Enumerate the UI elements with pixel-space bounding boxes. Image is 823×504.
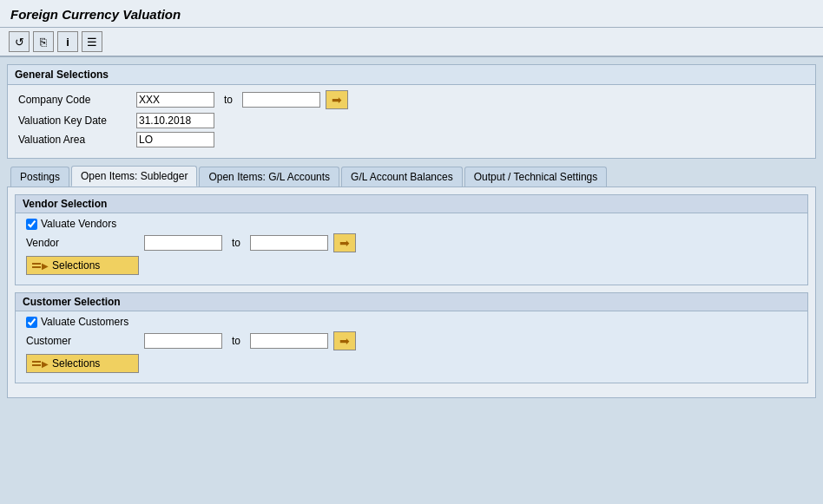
title-bar: Foreign Currency Valuation <box>0 0 823 28</box>
tabs-container: Postings Open Items: Subledger Open Item… <box>7 166 816 187</box>
customer-field-label: Customer <box>26 335 139 347</box>
valuate-customers-label: Valuate Customers <box>41 316 128 328</box>
customer-field-row: Customer to ➡ <box>26 331 797 350</box>
vendor-selections-row: ▶ Selections <box>26 256 797 275</box>
customer-selection-body: Valuate Customers Customer to ➡ <box>16 311 807 383</box>
tab-open-items-subledger[interactable]: Open Items: Subledger <box>71 166 197 187</box>
customer-selection-title: Customer Selection <box>16 293 807 311</box>
customer-selections-icon: ▶ <box>32 359 49 369</box>
general-selections-body: Company Code to ➡ Valuation Key Date Val… <box>8 85 815 158</box>
valuate-customers-row: Valuate Customers <box>26 316 797 328</box>
customer-selection-box: Customer Selection Valuate Customers Cus… <box>15 292 808 383</box>
customer-selections-label: Selections <box>52 357 100 370</box>
valuate-vendors-row: Valuate Vendors <box>26 218 797 230</box>
vendor-arrow-button[interactable]: ➡ <box>333 233 356 252</box>
vendor-selection-box: Vendor Selection Valuate Vendors Vendor … <box>15 194 808 285</box>
tab-output-technical-settings[interactable]: Output / Technical Settings <box>464 167 608 187</box>
tab-gl-account-balances[interactable]: G/L Account Balances <box>341 167 463 187</box>
page-title: Foreign Currency Valuation <box>10 7 813 22</box>
customer-from-input[interactable] <box>144 333 222 349</box>
valuation-key-date-row: Valuation Key Date <box>18 113 805 128</box>
copy-button[interactable]: ⎘ <box>33 31 54 52</box>
customer-to-input[interactable] <box>250 333 328 349</box>
tab-postings[interactable]: Postings <box>10 167 69 187</box>
general-selections-title: General Selections <box>8 65 815 85</box>
vendor-to-input[interactable] <box>250 235 328 251</box>
customer-selections-button[interactable]: ▶ Selections <box>26 354 139 373</box>
menu-button[interactable]: ☰ <box>82 31 102 52</box>
vendor-selections-label: Selections <box>52 259 100 272</box>
toolbar: ↺ ⎘ i ☰ <box>0 28 823 57</box>
tab-content: Vendor Selection Valuate Vendors Vendor … <box>7 187 816 398</box>
valuation-key-date-label: Valuation Key Date <box>18 115 131 127</box>
vendor-selection-title: Vendor Selection <box>16 195 807 213</box>
customer-to-label: to <box>227 335 245 347</box>
general-selections-box: General Selections Company Code to ➡ Val… <box>7 64 816 159</box>
vendor-selection-body: Valuate Vendors Vendor to ➡ <box>16 213 807 285</box>
vendor-selections-icon: ▶ <box>32 261 49 271</box>
valuation-key-date-input[interactable] <box>136 113 214 128</box>
main-content: General Selections Company Code to ➡ Val… <box>0 57 823 405</box>
valuation-area-label: Valuation Area <box>18 134 131 146</box>
vendor-from-input[interactable] <box>144 235 222 251</box>
tab-open-items-gl[interactable]: Open Items: G/L Accounts <box>199 167 339 187</box>
vendor-field-row: Vendor to ➡ <box>26 233 797 252</box>
vendor-to-label: to <box>227 237 245 249</box>
valuate-customers-checkbox[interactable] <box>26 317 37 328</box>
valuation-area-row: Valuation Area <box>18 132 805 147</box>
company-code-label: Company Code <box>18 94 131 106</box>
company-code-to-input[interactable] <box>242 92 320 108</box>
company-code-arrow-button[interactable]: ➡ <box>326 90 348 109</box>
customer-selections-row: ▶ Selections <box>26 354 797 373</box>
to-label-1: to <box>220 94 237 106</box>
valuate-vendors-checkbox[interactable] <box>26 219 37 230</box>
company-code-row: Company Code to ➡ <box>18 90 805 109</box>
customer-arrow-button[interactable]: ➡ <box>333 331 356 350</box>
info-button[interactable]: i <box>57 31 78 52</box>
valuate-vendors-label: Valuate Vendors <box>41 218 116 230</box>
back-button[interactable]: ↺ <box>9 31 30 52</box>
vendor-field-label: Vendor <box>26 237 139 249</box>
valuation-area-input[interactable] <box>136 132 214 147</box>
company-code-input[interactable] <box>136 92 214 108</box>
vendor-selections-button[interactable]: ▶ Selections <box>26 256 139 275</box>
